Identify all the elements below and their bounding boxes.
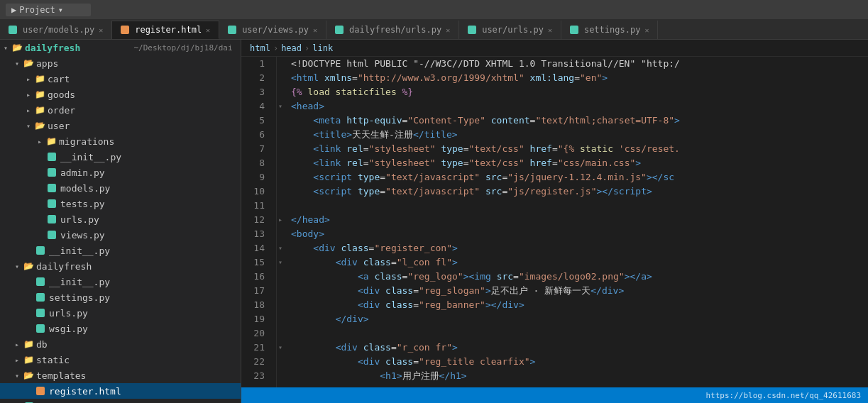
code-line[interactable]: <div class="reg_slogan">足不出户 · 新鲜每一天</di…	[277, 284, 868, 298]
breadcrumb-sep-1: ›	[273, 43, 278, 53]
sidebar-item-user-init[interactable]: __init__.py	[0, 149, 241, 165]
gutter-icon[interactable]: ▾	[278, 241, 282, 255]
code-line[interactable]	[277, 199, 868, 213]
code-line[interactable]: <h1>用户注册</h1>	[277, 369, 868, 383]
code-line[interactable]: ▾ <div class="register_con">	[277, 241, 868, 255]
code-line[interactable]: <meta http-equiv="Content-Type" content=…	[277, 114, 868, 128]
gutter-icon[interactable]: ▾	[278, 99, 282, 114]
line-numbers: 1234567891011121314151617181920212223	[241, 57, 277, 387]
code-line[interactable]: ▾ <div class="l_con fl">	[277, 255, 868, 270]
sidebar-item-manage[interactable]: manage.py	[0, 399, 241, 403]
code-line[interactable]: <link rel="stylesheet" type="text/css" h…	[277, 142, 868, 156]
project-selector[interactable]: ▶ Project ▾	[6, 4, 91, 16]
line-number: 17	[253, 284, 265, 298]
gutter-icon[interactable]: ▸	[278, 213, 282, 227]
sidebar-item-user-views[interactable]: views.py	[0, 227, 241, 243]
code-line[interactable]: <html xmlns="http://www.w3.org/1999/xhtm…	[277, 71, 868, 85]
py-file-dot	[36, 324, 45, 333]
tab-dailyfresh-urls[interactable]: dailyfresh/urls.py ✕	[326, 21, 459, 39]
arrow-icon	[23, 91, 34, 99]
code-line[interactable]: <!DOCTYPE html PUBLIC "-//W3C//DTD XHTML…	[277, 57, 868, 71]
tab-close-icon[interactable]: ✕	[446, 26, 450, 34]
sidebar-item-register-html[interactable]: register.html	[0, 383, 241, 399]
code-editor[interactable]: 1234567891011121314151617181920212223 <!…	[241, 57, 868, 387]
tab-register-html[interactable]: register.html ✕	[112, 21, 219, 39]
sidebar-item-wsgi[interactable]: wsgi.py	[0, 321, 241, 336]
line-number: 16	[253, 270, 265, 284]
line-number: 6	[253, 128, 265, 142]
code-line[interactable]: <title>天天生鲜-注册</title>	[277, 128, 868, 142]
breadcrumb-link[interactable]: link	[312, 43, 333, 53]
code-line[interactable]: </div>	[277, 312, 868, 326]
sidebar-order-label: order	[45, 105, 241, 116]
line-number: 5	[253, 114, 265, 128]
sidebar-item-app-init[interactable]: __init__.py	[0, 243, 241, 258]
line-number: 2	[253, 71, 265, 85]
code-line[interactable]: ▾ <div class="r_con fr">	[277, 341, 868, 355]
tab-user-urls[interactable]: user/urls.py ✕	[459, 21, 561, 39]
sidebar-item-order[interactable]: 📁 order	[0, 102, 241, 118]
sidebar-item-df-init[interactable]: __init__.py	[0, 274, 241, 289]
sidebar-item-admin[interactable]: admin.py	[0, 165, 241, 180]
tab-close-icon[interactable]: ✕	[313, 26, 317, 34]
code-line[interactable]: <script type="text/javascript" src="js/j…	[277, 170, 868, 184]
py-file-dot	[335, 26, 344, 34]
line-number: 3	[253, 85, 265, 99]
folder-icon: 📁	[34, 105, 45, 115]
tab-views-py[interactable]: user/views.py ✕	[219, 21, 326, 39]
sidebar-item-migrations[interactable]: 📁 migrations	[0, 133, 241, 149]
arrow-icon	[11, 341, 23, 348]
sidebar-item-static[interactable]: 📁 static	[0, 352, 241, 368]
tab-close-icon[interactable]: ✕	[99, 26, 103, 34]
code-line[interactable]: <script type="text/javascript" src="js/r…	[277, 184, 868, 199]
sidebar-item-models[interactable]: models.py	[0, 180, 241, 196]
sidebar-user-init-label: __init__.py	[58, 152, 241, 162]
code-line[interactable]: <a class="reg_logo"><img src="images/log…	[277, 270, 868, 284]
breadcrumb-head[interactable]: head	[281, 43, 302, 53]
sidebar-templates-label: templates	[34, 370, 241, 381]
sidebar-item-user-urls[interactable]: urls.py	[0, 211, 241, 227]
tab-settings[interactable]: settings.py ✕	[561, 21, 659, 39]
sidebar-item-goods[interactable]: 📁 goods	[0, 87, 241, 102]
folder-icon: 📁	[23, 355, 34, 365]
sidebar-df-init-label: __init__.py	[47, 277, 241, 287]
code-line[interactable]: <div class="reg_banner"></div>	[277, 298, 868, 312]
line-number: 10	[253, 184, 265, 199]
sidebar-item-user[interactable]: 📂 user	[0, 118, 241, 133]
tab-models-py[interactable]: user/models.py ✕	[0, 21, 112, 39]
sidebar-item-cart[interactable]: 📁 cart	[0, 71, 241, 87]
sidebar-item-df-urls[interactable]: urls.py	[0, 305, 241, 321]
code-line[interactable]: ▾<head>	[277, 99, 868, 114]
py-file-dot	[36, 293, 45, 302]
tab-close-icon[interactable]: ✕	[548, 26, 552, 34]
gutter-icon[interactable]: ▾	[278, 255, 282, 270]
sidebar-item-root[interactable]: 📂 dailyfresh ~/Desktop/dj/bj18/dai	[0, 40, 241, 55]
sidebar-item-tests[interactable]: tests.py	[0, 196, 241, 211]
project-icon: ▶	[11, 5, 16, 15]
sidebar-item-dailyfresh-pkg[interactable]: 📂 dailyfresh	[0, 258, 241, 274]
sidebar-dailyfresh-pkg-label: dailyfresh	[34, 261, 241, 272]
py-file-dot	[48, 231, 56, 239]
py-file-dot	[48, 215, 56, 223]
line-number: 15	[253, 255, 265, 270]
breadcrumb-html[interactable]: html	[250, 43, 270, 53]
line-number: 22	[253, 355, 265, 369]
code-line[interactable]: <div class="reg_title clearfix">	[277, 355, 868, 369]
sidebar-item-apps[interactable]: 📂 apps	[0, 55, 241, 71]
code-line[interactable]: <link rel="stylesheet" type="text/css" h…	[277, 156, 868, 170]
gutter-icon[interactable]: ▾	[278, 341, 282, 355]
code-line[interactable]: <body>	[277, 227, 868, 241]
code-line[interactable]: ▸</head>	[277, 213, 868, 227]
status-url: https://blog.csdn.net/qq_42611683	[705, 391, 861, 400]
sidebar-item-templates[interactable]: 📂 templates	[0, 368, 241, 383]
sidebar-item-df-settings[interactable]: settings.py	[0, 289, 241, 305]
tab-close-icon[interactable]: ✕	[644, 26, 649, 34]
sidebar-item-db[interactable]: 📁 db	[0, 336, 241, 352]
code-line[interactable]	[277, 326, 868, 341]
code-lines[interactable]: <!DOCTYPE html PUBLIC "-//W3C//DTD XHTML…	[277, 57, 868, 387]
py-file-dot	[228, 26, 236, 34]
line-number: 19	[253, 312, 265, 326]
breadcrumb-bar: html › head › link	[241, 40, 868, 57]
tab-close-icon[interactable]: ✕	[206, 26, 210, 34]
code-line[interactable]: {% load staticfiles %}	[277, 85, 868, 99]
